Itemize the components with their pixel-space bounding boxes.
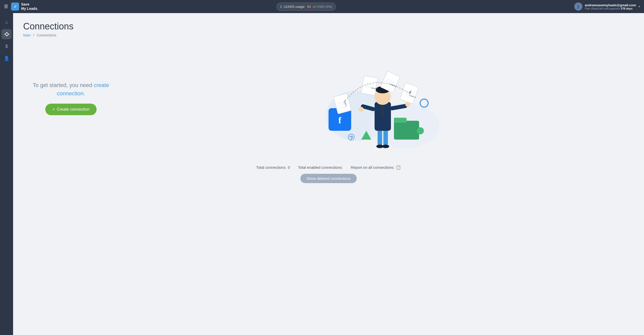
user-info: andrewsavemyleads@gmail.com Plan |Start|… — [585, 3, 636, 10]
leads-usage-badge[interactable]: ℹ LEADS usage: 54 of 2'000 (3%) — [276, 3, 336, 11]
report-label: Report on all connections: — [351, 165, 394, 170]
svg-text:f: f — [338, 115, 342, 125]
topbar-right: 👤 andrewsavemyleads@gmail.com Plan |Star… — [574, 3, 640, 11]
info-icon: ℹ — [280, 4, 282, 9]
svg-point-23 — [382, 145, 389, 148]
svg-rect-14 — [394, 118, 407, 123]
usage-total: of 2'000 (3%) — [313, 5, 332, 9]
svg-text:?: ? — [349, 134, 353, 142]
breadcrumb: Main / Connections — [23, 33, 634, 37]
svg-rect-0 — [5, 34, 6, 35]
user-email: andrewsavemyleads@gmail.com — [585, 3, 636, 7]
sidebar-item-account[interactable]: 👤 — [2, 53, 12, 63]
topbar-left: ☰ ✓ Save My Leads. — [4, 2, 38, 11]
svg-point-29 — [359, 107, 364, 112]
svg-line-7 — [7, 34, 8, 36]
svg-rect-21 — [383, 128, 388, 146]
main-layout: ⌂ $ 👤 Connections Main / Connections — [0, 13, 644, 335]
show-deleted-button[interactable]: Show deleted connections — [300, 174, 356, 183]
total-connections-value: 0 — [288, 165, 290, 170]
svg-rect-37 — [361, 76, 378, 95]
logo-checkmark: ✓ — [14, 4, 17, 9]
svg-line-5 — [6, 34, 6, 36]
usage-label: LEADS usage: — [284, 5, 305, 9]
breadcrumb-current: Connections — [37, 33, 56, 37]
usage-count: 54 — [307, 5, 311, 9]
chevron-down-icon[interactable]: ▾ — [638, 5, 640, 8]
user-avatar: 👤 — [574, 3, 582, 11]
sidebar-item-billing[interactable]: $ — [2, 41, 12, 51]
svg-rect-3 — [8, 34, 9, 35]
hero-left: To get started, you need create connecti… — [23, 81, 119, 115]
hero-illustration: f ? — [119, 45, 634, 151]
create-btn-label: Create connection — [57, 107, 90, 112]
svg-line-6 — [7, 33, 8, 34]
sidebar-item-connections[interactable] — [2, 29, 12, 39]
topbar-center: ℹ LEADS usage: 54 of 2'000 (3%) — [38, 3, 574, 11]
svg-rect-20 — [378, 128, 382, 146]
total-enabled-stat: Total enabled connections: — [298, 165, 343, 170]
footer-stats: Total connections: 0 Total enabled conne… — [23, 161, 634, 183]
total-connections-stat: Total connections: 0 — [256, 165, 290, 170]
svg-point-16 — [417, 127, 424, 134]
page-title: Connections — [23, 21, 634, 32]
breadcrumb-main-link[interactable]: Main — [23, 33, 31, 37]
total-enabled-label: Total enabled connections: — [298, 165, 343, 170]
breadcrumb-separator: / — [33, 33, 34, 37]
hero-tagline: To get started, you need create connecti… — [23, 81, 119, 98]
svg-rect-13 — [394, 121, 419, 140]
logo-icon: ✓ — [11, 3, 19, 11]
logo-text: Save My Leads. — [21, 2, 38, 11]
create-connection-button[interactable]: + Create connection — [45, 104, 96, 115]
sidebar: ⌂ $ 👤 — [0, 13, 13, 335]
report-stat: Report on all connections: 📋 — [351, 165, 401, 170]
svg-line-4 — [6, 33, 6, 34]
content-area: Connections Main / Connections To get st… — [13, 13, 644, 335]
svg-rect-2 — [6, 35, 7, 36]
svg-point-15 — [420, 99, 428, 107]
logo[interactable]: ✓ Save My Leads. — [11, 2, 38, 11]
topbar: ☰ ✓ Save My Leads. ℹ LEADS usage: 54 of … — [0, 0, 644, 13]
menu-icon[interactable]: ☰ — [4, 4, 8, 9]
user-plan: Plan |Start| left until payment 378 days — [585, 7, 636, 10]
stats-row: Total connections: 0 Total enabled conne… — [256, 165, 401, 170]
total-connections-label: Total connections: — [256, 165, 286, 170]
report-icon[interactable]: 📋 — [396, 165, 401, 170]
plus-icon: + — [52, 107, 55, 112]
svg-rect-1 — [6, 32, 7, 33]
hero-section: To get started, you need create connecti… — [23, 45, 634, 151]
sidebar-item-home[interactable]: ⌂ — [2, 17, 12, 27]
